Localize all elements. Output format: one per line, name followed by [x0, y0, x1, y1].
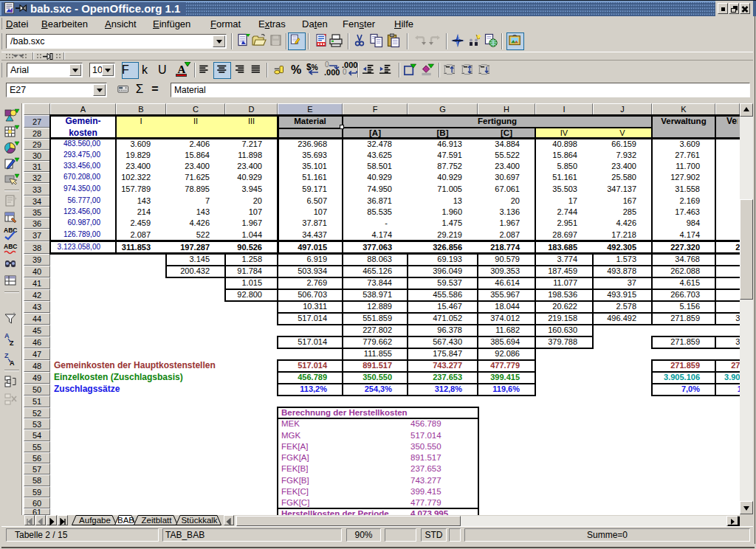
svg-text:Z: Z: [4, 352, 9, 359]
svg-text:BAB: BAB: [117, 516, 134, 525]
svg-text:Aufgabe: Aufgabe: [79, 516, 111, 525]
svg-text:Zeitblatt: Zeitblatt: [142, 516, 173, 525]
svg-text:Stückkalk: Stückkalk: [181, 516, 217, 525]
svg-text:A: A: [10, 359, 15, 367]
svg-text:Z: Z: [10, 339, 14, 347]
svg-text:ABC: ABC: [4, 243, 17, 250]
svg-text:A: A: [4, 332, 10, 339]
svg-text:ABC: ABC: [4, 227, 17, 234]
